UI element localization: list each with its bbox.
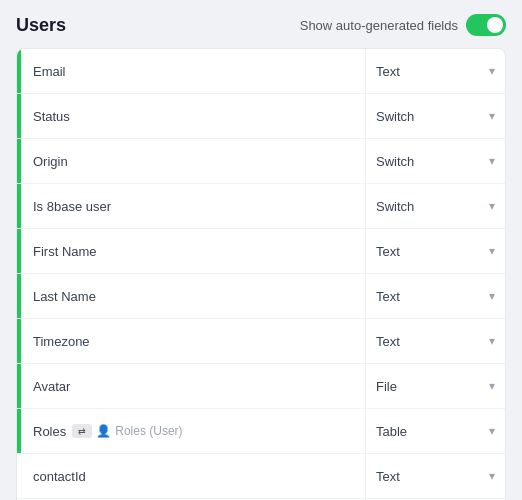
auto-fields-toggle[interactable]	[466, 14, 506, 36]
relation-icon: ⇄	[72, 424, 92, 438]
field-type-text: File	[376, 379, 483, 394]
field-type-text: Text	[376, 64, 483, 79]
field-type-text: Text	[376, 334, 483, 349]
field-type-select[interactable]: Switch▾	[365, 184, 505, 228]
field-type-select[interactable]: Switch▾	[365, 139, 505, 183]
table-row: StatusSwitch▾	[17, 94, 505, 139]
fields-list: EmailText▾StatusSwitch▾OriginSwitch▾Is 8…	[16, 48, 506, 500]
page-title: Users	[16, 15, 66, 36]
table-row: OriginSwitch▾	[17, 139, 505, 184]
table-row: AvatarFile▾	[17, 364, 505, 409]
auto-fields-label: Show auto-generated fields	[300, 18, 458, 33]
field-type-select[interactable]: Table▾	[365, 409, 505, 453]
table-row: TimezoneText▾	[17, 319, 505, 364]
chevron-down-icon: ▾	[489, 424, 495, 438]
field-name: Timezone	[21, 334, 365, 349]
chevron-down-icon: ▾	[489, 289, 495, 303]
field-type-text: Switch	[376, 154, 483, 169]
field-type-text: Text	[376, 469, 483, 484]
table-row: Last NameText▾	[17, 274, 505, 319]
field-type-select[interactable]: Text▾	[365, 229, 505, 273]
field-name-text: contactId	[33, 469, 86, 484]
field-type-select[interactable]: Text▾	[365, 319, 505, 363]
chevron-down-icon: ▾	[489, 379, 495, 393]
field-name-text: Is 8base user	[33, 199, 111, 214]
relation-badge: ⇄👤Roles (User)	[72, 424, 182, 438]
field-name: Is 8base user	[21, 199, 365, 214]
field-name-text: Roles	[33, 424, 66, 439]
table-row: Is 8base userSwitch▾	[17, 184, 505, 229]
field-name-text: Last Name	[33, 289, 96, 304]
field-name: Status	[21, 109, 365, 124]
field-type-text: Text	[376, 244, 483, 259]
field-name: Roles⇄👤Roles (User)	[21, 424, 365, 439]
chevron-down-icon: ▾	[489, 244, 495, 258]
field-type-select[interactable]: Text▾	[365, 274, 505, 318]
field-type-select[interactable]: File▾	[365, 364, 505, 408]
field-type-text: Text	[376, 289, 483, 304]
field-name-text: Avatar	[33, 379, 70, 394]
chevron-down-icon: ▾	[489, 334, 495, 348]
field-name-text: Email	[33, 64, 66, 79]
field-type-text: Table	[376, 424, 483, 439]
auto-fields-toggle-container: Show auto-generated fields	[300, 14, 506, 36]
field-name-text: Status	[33, 109, 70, 124]
field-name-text: First Name	[33, 244, 97, 259]
field-name: Email	[21, 64, 365, 79]
table-row: First NameText▾	[17, 229, 505, 274]
chevron-down-icon: ▾	[489, 64, 495, 78]
field-type-select[interactable]: Text▾	[365, 49, 505, 93]
field-name: First Name	[21, 244, 365, 259]
field-type-select[interactable]: Text▾	[365, 454, 505, 498]
field-type-text: Switch	[376, 109, 483, 124]
field-name-text: Origin	[33, 154, 68, 169]
table-row: Roles⇄👤Roles (User)Table▾	[17, 409, 505, 454]
field-name: Origin	[21, 154, 365, 169]
field-name: Last Name	[21, 289, 365, 304]
relation-label: Roles (User)	[115, 424, 182, 438]
chevron-down-icon: ▾	[489, 199, 495, 213]
field-name: contactId	[21, 469, 365, 484]
person-icon: 👤	[96, 424, 111, 438]
table-row: EmailText▾	[17, 49, 505, 94]
field-type-text: Switch	[376, 199, 483, 214]
chevron-down-icon: ▾	[489, 109, 495, 123]
field-type-select[interactable]: Switch▾	[365, 94, 505, 138]
chevron-down-icon: ▾	[489, 154, 495, 168]
field-name: Avatar	[21, 379, 365, 394]
table-row: contactIdText▾	[17, 454, 505, 499]
chevron-down-icon: ▾	[489, 469, 495, 483]
field-name-text: Timezone	[33, 334, 90, 349]
